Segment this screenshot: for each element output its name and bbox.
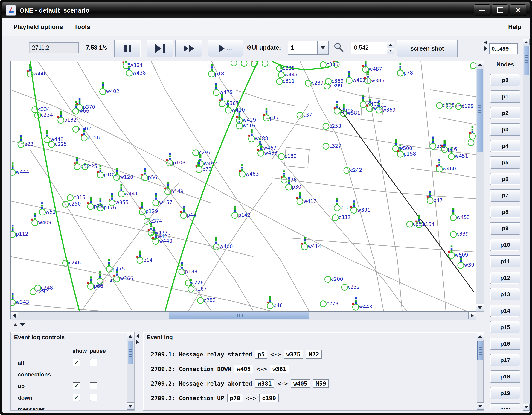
combo-arrow-button[interactable]: [317, 41, 328, 54]
split-collapse-left-button[interactable]: [136, 334, 139, 338]
map-node-c37[interactable]: c37: [297, 112, 312, 118]
horizontal-scrollbar-thumb[interactable]: [169, 312, 309, 319]
map-node-c339[interactable]: c339: [450, 231, 469, 237]
map-node-p188[interactable]: p188: [179, 262, 197, 275]
split-collapse-right-button[interactable]: [136, 340, 139, 344]
map-node-w509[interactable]: w509: [448, 245, 468, 258]
map-node-c289[interactable]: c289: [305, 80, 323, 86]
vertical-scrollbar-thumb[interactable]: [477, 69, 483, 152]
map-node-c180[interactable]: c180: [278, 154, 297, 160]
map-node-w460[interactable]: w460: [436, 159, 456, 172]
map-node-p23[interactable]: p23: [18, 135, 34, 147]
map-node[interactable]: [470, 63, 476, 69]
node-button-p2[interactable]: p2: [490, 107, 520, 119]
map-node[interactable]: [468, 140, 474, 146]
map-node-p58[interactable]: p58: [430, 137, 445, 149]
map-node-c278[interactable]: c278: [320, 301, 339, 307]
maximize-button[interactable]: [492, 4, 508, 16]
map-node-w443[interactable]: w443: [352, 298, 372, 310]
map-node-c232[interactable]: c232: [342, 284, 360, 290]
map-node-c242[interactable]: c242: [344, 167, 362, 174]
map-node-p185[interactable]: p185: [97, 165, 116, 178]
titlebar[interactable]: ONE - default_scenario ×: [2, 2, 530, 18]
nodes-split-collapse-left-button[interactable]: [484, 40, 487, 45]
node-token[interactable]: w375: [284, 350, 303, 359]
map-node-p14[interactable]: p14: [136, 251, 152, 263]
menu-playfield-options[interactable]: Playfield options: [13, 23, 63, 30]
node-token[interactable]: M22: [306, 350, 322, 359]
fast-forward-button[interactable]: [175, 40, 202, 57]
map-node-w402[interactable]: w402: [100, 82, 119, 95]
map-node[interactable]: [230, 61, 237, 66]
map-node-p142[interactable]: p142: [232, 205, 251, 218]
map-node-p140[interactable]: p140: [97, 271, 116, 284]
node-button-p16[interactable]: p16: [490, 338, 520, 350]
node-button-p18[interactable]: p18: [490, 370, 520, 383]
node-token[interactable]: w405: [291, 379, 310, 388]
scroll-right-button[interactable]: [468, 312, 476, 319]
map-node-c334[interactable]: c334: [32, 106, 50, 113]
map-node-w448[interactable]: w448: [44, 130, 64, 143]
map-node-w364[interactable]: w364: [123, 61, 142, 69]
minimize-button[interactable]: [474, 4, 490, 16]
node-button-p19[interactable]: p19: [490, 387, 520, 399]
node-token[interactable]: p5: [255, 350, 267, 359]
all-pause-checkbox[interactable]: [90, 359, 97, 366]
node-button-p10[interactable]: p10: [490, 239, 520, 251]
scroll-up-button[interactable]: [127, 333, 134, 340]
event-log-scrollbar[interactable]: [477, 333, 484, 410]
node-button-p1[interactable]: p1: [490, 90, 520, 103]
node-button-p5[interactable]: p5: [490, 156, 520, 169]
node-button-p9[interactable]: p9: [490, 222, 520, 234]
map-node-c327[interactable]: c327: [323, 143, 341, 149]
node-range-field[interactable]: 0...499: [489, 43, 518, 54]
map-node-w446[interactable]: w446: [27, 64, 47, 77]
gui-update-select[interactable]: 1: [288, 41, 329, 55]
map-node[interactable]: [241, 61, 247, 66]
map-node-w453[interactable]: w453: [450, 208, 470, 221]
map-node-c297[interactable]: c297: [193, 150, 211, 156]
map-node-w120[interactable]: w120: [114, 167, 133, 180]
map-node-w343[interactable]: w343: [11, 293, 29, 306]
menu-help[interactable]: Help: [508, 23, 522, 30]
spinner-down-button[interactable]: [387, 48, 394, 54]
node-token[interactable]: p70: [227, 394, 243, 403]
map-node-c336[interactable]: c336: [320, 62, 339, 68]
map-node-w391[interactable]: w391: [350, 201, 370, 213]
map-node-c226[interactable]: c226: [185, 280, 204, 286]
scroll-down-button[interactable]: [476, 304, 484, 311]
scroll-up-button[interactable]: [477, 333, 484, 340]
node-button-p7[interactable]: p7: [490, 189, 520, 202]
step-button[interactable]: [147, 40, 173, 57]
spinner-up-button[interactable]: [387, 42, 394, 48]
up-show-checkbox[interactable]: ✔: [73, 382, 80, 389]
down-pause-checkbox[interactable]: [90, 394, 97, 401]
scroll-down-button[interactable]: [477, 403, 484, 410]
node-button-p6[interactable]: p6: [490, 173, 520, 185]
map-node-p44[interactable]: p44: [180, 205, 196, 218]
map-node-c200[interactable]: c200: [325, 276, 343, 282]
node-button-p14[interactable]: p14: [490, 305, 520, 317]
menu-tools[interactable]: Tools: [74, 23, 90, 30]
node-button-p8[interactable]: p8: [490, 206, 520, 218]
map-node-p17[interactable]: p17: [263, 108, 279, 121]
nodes-split-collapse-right-button[interactable]: [484, 46, 487, 51]
map-node-p108[interactable]: p108: [166, 153, 185, 166]
nodes-scrollbar[interactable]: [523, 39, 530, 411]
map-node-p104[interactable]: p104: [334, 198, 353, 211]
scroll-left-button[interactable]: [10, 312, 18, 319]
simulation-time-field[interactable]: 2711.2: [29, 42, 79, 53]
node-token[interactable]: c190: [259, 394, 279, 403]
map-node-c374[interactable]: c374: [144, 218, 162, 224]
play-until-button[interactable]: ...: [208, 40, 243, 57]
map-node-c282[interactable]: c282: [197, 298, 216, 304]
map-node-w367[interactable]: w367: [219, 94, 239, 107]
node-button-p3[interactable]: p3: [490, 123, 520, 136]
node-button-p13[interactable]: p13: [490, 288, 520, 300]
node-button-p15[interactable]: p15: [490, 321, 520, 333]
map-node-w487[interactable]: w487: [362, 61, 382, 72]
all-show-checkbox[interactable]: ✔: [73, 359, 80, 366]
map-node-p112[interactable]: p112: [11, 225, 28, 237]
map-node[interactable]: [262, 61, 268, 66]
up-pause-checkbox[interactable]: [90, 382, 97, 389]
